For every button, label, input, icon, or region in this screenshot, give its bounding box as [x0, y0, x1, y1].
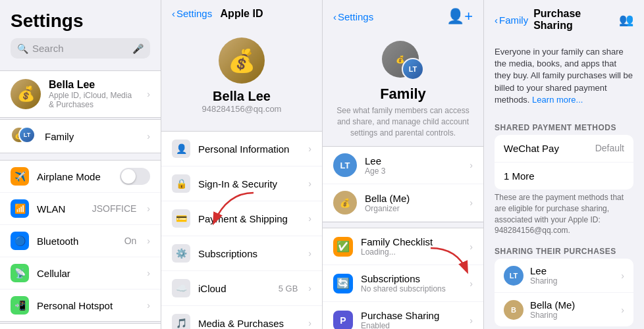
media-icon: 🎵: [172, 314, 190, 329]
apple-id-profile: 💰 Bella Lee 948284156@qq.com: [161, 27, 322, 124]
personal-info-label: Personal Information: [198, 143, 300, 155]
back-button[interactable]: ‹ Settings: [333, 11, 373, 22]
add-family-icon[interactable]: 👤+: [446, 8, 473, 24]
panel-title: Purchase Sharing: [533, 8, 614, 32]
chevron-right-icon: ›: [470, 315, 473, 326]
family-nav: ‹ Settings 👤+: [323, 0, 483, 33]
sharing-name-lee: Lee: [530, 265, 614, 276]
family-title: Family: [380, 86, 426, 103]
member-role-bella: Organizer: [365, 204, 462, 213]
chevron-right-icon: ›: [147, 131, 150, 141]
sharing-member-bella[interactable]: B Bella (Me) Sharing ›: [495, 293, 633, 326]
member-avatar-lee: LT: [333, 153, 357, 177]
sharing-members-card: LT Lee Sharing › B Bella (Me) Sharing ›: [495, 259, 633, 326]
payment-wechat-row[interactable]: WeChat Pay Default: [495, 135, 633, 163]
search-bar[interactable]: 🔍 Search 🎤: [11, 38, 150, 59]
wechat-value: Default: [595, 143, 624, 153]
family-profile-section: 💰 LT Family See what family members can …: [323, 33, 483, 146]
settings-group-media: 🔔 Notifications › 🔊 Sounds & Haptics › 🌙…: [0, 323, 161, 329]
shared-payment-header: SHARED PAYMENT METHODS: [495, 123, 633, 132]
settings-item-notifications[interactable]: 🔔 Notifications ›: [0, 324, 161, 329]
chevron-right-icon: ›: [308, 213, 311, 224]
feature-item-purchase-sharing[interactable]: P Purchase Sharing Enabled ›: [323, 302, 483, 329]
menu-item-media[interactable]: 🎵 Media & Purchases ›: [161, 306, 322, 329]
family-row[interactable]: 💰 LT Family ›: [0, 119, 161, 153]
family-members-list: LT Lee Age 3 › 💰 Bella (Me) Organizer ›: [323, 146, 483, 222]
feature-info-checklist: Family Checklist Loading...: [361, 236, 462, 257]
hotspot-label: Personal Hotspot: [37, 300, 139, 311]
menu-item-icloud[interactable]: ☁️ iCloud 5 GB ›: [161, 271, 322, 306]
chevron-right-icon: ›: [470, 197, 473, 208]
sharing-status-bella: Sharing: [530, 311, 614, 320]
bluetooth-value: On: [124, 236, 137, 246]
chevron-right-icon: ›: [308, 178, 311, 189]
learn-more-link[interactable]: Learn more...: [532, 95, 583, 105]
feature-name-subscriptions: Subscriptions: [361, 273, 462, 284]
chevron-right-icon: ›: [470, 278, 473, 289]
feature-item-checklist[interactable]: ✅ Family Checklist Loading... ›: [323, 228, 483, 265]
sharing-avatar-lee: LT: [504, 266, 523, 286]
chevron-right-icon: ›: [147, 89, 150, 99]
family-features-list: ✅ Family Checklist Loading... › 🔄 Subscr…: [323, 228, 483, 329]
settings-item-airplane-mode[interactable]: ✈️ Airplane Mode: [0, 161, 161, 193]
family-panel: ‹ Settings 👤+ 💰 LT Family See what famil…: [323, 0, 484, 329]
feature-name-checklist: Family Checklist: [361, 236, 462, 247]
bluetooth-icon: 🔵: [11, 232, 29, 250]
family-member-bella[interactable]: 💰 Bella (Me) Organizer ›: [323, 184, 483, 222]
back-button[interactable]: ‹ Settings: [172, 8, 212, 19]
sharing-info-lee: Lee Sharing: [530, 265, 614, 286]
airplane-mode-toggle[interactable]: [120, 168, 150, 185]
feature-item-subscriptions[interactable]: 🔄 Subscriptions No shared subscriptions …: [323, 265, 483, 302]
purchase-desc: Everyone in your family can share the me…: [495, 39, 633, 113]
menu-item-signin-security[interactable]: 🔒 Sign-In & Security ›: [161, 166, 322, 201]
feature-info-purchase: Purchase Sharing Enabled: [361, 310, 462, 329]
icloud-value: 5 GB: [279, 284, 298, 293]
profile-info: Bella Lee Apple ID, iCloud, Media & Purc…: [49, 79, 139, 109]
menu-item-personal-info[interactable]: 👤 Personal Information ›: [161, 132, 322, 166]
search-input[interactable]: Search: [32, 43, 128, 54]
icloud-icon: ☁️: [172, 279, 190, 297]
back-button[interactable]: ‹ Family: [495, 14, 528, 26]
chevron-left-icon: ‹: [333, 11, 336, 22]
apple-id-menu: 👤 Personal Information › 🔒 Sign-In & Sec…: [161, 131, 322, 329]
avatar-lt: LT: [402, 58, 424, 80]
payment-label: Payment & Shipping: [198, 213, 300, 224]
settings-title: Settings: [11, 11, 150, 32]
chevron-right-icon: ›: [621, 270, 624, 281]
family-member-lee[interactable]: LT Lee Age 3 ›: [323, 147, 483, 184]
mic-icon: 🎤: [132, 43, 144, 54]
chevron-right-icon: ›: [147, 268, 150, 278]
airplane-mode-label: Airplane Mode: [37, 171, 112, 182]
member-info-bella: Bella (Me) Organizer: [365, 193, 462, 213]
member-role-lee: Age 3: [365, 166, 462, 176]
member-info-lee: Lee Age 3: [365, 155, 462, 176]
family-label: Family: [45, 131, 140, 142]
profile-row[interactable]: 💰 Bella Lee Apple ID, iCloud, Media & Pu…: [0, 70, 161, 118]
settings-item-wlan[interactable]: 📶 WLAN JSOFFICE ›: [0, 193, 161, 225]
menu-item-subscriptions[interactable]: ⚙️ Subscriptions ›: [161, 236, 322, 271]
settings-item-bluetooth[interactable]: 🔵 Bluetooth On ›: [0, 225, 161, 257]
payment-more-row[interactable]: 1 More: [495, 163, 633, 190]
cellular-label: Cellular: [37, 268, 139, 279]
chevron-right-icon: ›: [470, 241, 473, 252]
feature-sub-subscriptions: No shared subscriptions: [361, 284, 462, 293]
sharing-member-lee[interactable]: LT Lee Sharing ›: [495, 259, 633, 293]
sharing-info-bella: Bella (Me) Sharing: [530, 299, 614, 320]
nav-right: 👥: [619, 13, 633, 27]
profile-name: Bella Lee: [49, 79, 139, 91]
settings-item-hotspot[interactable]: 📲 Personal Hotspot ›: [0, 290, 161, 321]
menu-item-payment[interactable]: 💳 Payment & Shipping ›: [161, 201, 322, 236]
checklist-icon: ✅: [333, 237, 353, 257]
wechat-label: WeChat Pay: [504, 143, 595, 154]
apple-id-name: Bella Lee: [213, 89, 271, 104]
chevron-left-icon: ‹: [172, 8, 175, 19]
purchase-sharing-panel: ‹ Family Purchase Sharing 👥 Everyone in …: [484, 0, 644, 329]
chevron-right-icon: ›: [308, 143, 311, 154]
settings-item-cellular[interactable]: 📡 Cellular ›: [0, 257, 161, 290]
subscriptions-icon: ⚙️: [172, 244, 190, 263]
chevron-right-icon: ›: [147, 300, 150, 311]
family-avatars: 💰 LT: [11, 126, 38, 146]
sharing-avatar-bella: B: [504, 300, 523, 320]
person-circle-icon: 👥: [619, 13, 633, 26]
member-name-bella: Bella (Me): [365, 193, 462, 204]
